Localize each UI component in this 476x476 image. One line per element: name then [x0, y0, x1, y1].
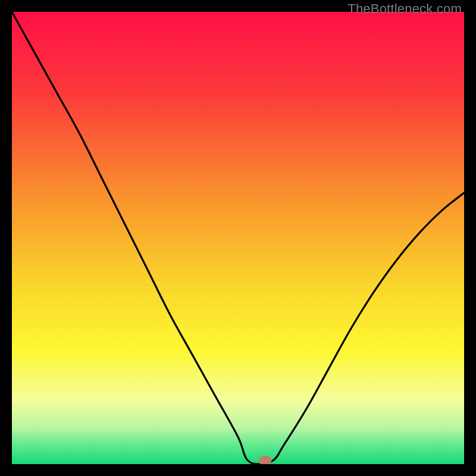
bottleneck-chart [12, 12, 464, 464]
chart-frame [12, 12, 464, 464]
gradient-background [12, 12, 464, 464]
chart-plot-area [12, 12, 464, 464]
watermark-text: TheBottleneck.com [347, 1, 462, 17]
